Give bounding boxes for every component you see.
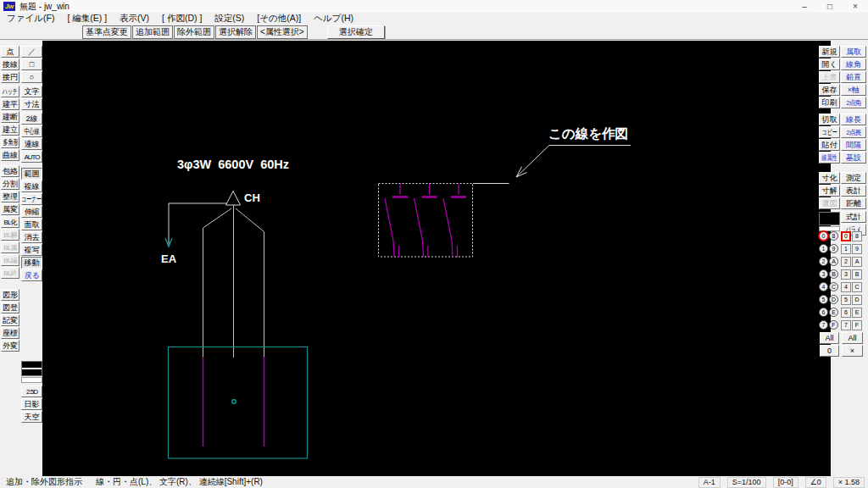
layer-group-button[interactable]: F: [829, 320, 838, 330]
tool-button[interactable]: 移動: [21, 257, 42, 269]
minimize-icon[interactable]: –: [792, 0, 817, 13]
tool-button[interactable]: ○: [21, 71, 42, 83]
layer-button[interactable]: 2: [841, 257, 851, 267]
tool-button[interactable]: 消去: [21, 231, 42, 243]
maximize-icon[interactable]: □: [817, 0, 843, 13]
tool-button[interactable]: 線属性: [819, 152, 840, 164]
layer-group-button[interactable]: 4: [819, 282, 828, 291]
tool-button[interactable]: 表計: [841, 185, 866, 197]
tool-button[interactable]: 点: [1, 46, 19, 58]
tool-button[interactable]: ×軸: [841, 84, 866, 96]
tool-button[interactable]: 日影: [21, 398, 42, 410]
control-bar-button[interactable]: <属性選択>: [257, 25, 308, 39]
tool-button[interactable]: 多角形: [1, 136, 19, 148]
status-field[interactable]: S=1/100: [727, 477, 766, 488]
layer-button[interactable]: 5: [841, 295, 851, 305]
tool-button[interactable]: 寸解: [819, 185, 840, 197]
tool-button[interactable]: 図形: [1, 289, 19, 301]
tool-button[interactable]: □: [21, 58, 42, 70]
control-bar-button[interactable]: 選択解除: [215, 25, 256, 39]
tool-button[interactable]: 分割: [1, 178, 19, 190]
layer-group-button[interactable]: 3: [819, 269, 828, 279]
tool-button[interactable]: 2.5D: [21, 385, 42, 397]
menu-item[interactable]: 設定(S): [214, 13, 244, 25]
tool-button[interactable]: 測定: [841, 172, 866, 184]
layer-button[interactable]: 9: [852, 244, 862, 254]
layer-button[interactable]: D: [852, 295, 862, 305]
tool-button[interactable]: 戻る: [21, 269, 42, 281]
layer-group-button[interactable]: 8: [829, 231, 838, 241]
tool-button[interactable]: 建平: [1, 98, 19, 110]
layer-group-button[interactable]: 2: [819, 257, 828, 266]
layer-button[interactable]: 6: [841, 308, 851, 318]
tool-button[interactable]: 印刷: [819, 97, 840, 108]
tool-button[interactable]: 距離: [841, 197, 866, 209]
tool-button[interactable]: 接線: [1, 58, 19, 70]
layer-button[interactable]: 7: [841, 320, 851, 330]
tool-button[interactable]: 開く: [819, 58, 840, 70]
tool-button[interactable]: 2点長: [841, 126, 866, 138]
tool-button[interactable]: コーナー: [21, 193, 42, 205]
layer-button[interactable]: 1: [841, 244, 851, 254]
tool-button[interactable]: 切取: [819, 114, 840, 125]
tool-button[interactable]: 外変: [1, 340, 19, 352]
control-bar-button[interactable]: 除外範囲: [174, 25, 214, 39]
confirm-selection-button[interactable]: 選択確定: [327, 25, 385, 39]
tool-button[interactable]: 選図: [819, 197, 840, 209]
tool-button[interactable]: 新規: [819, 46, 840, 58]
tool-button[interactable]: 式計: [841, 211, 866, 223]
tool-button[interactable]: ハッチ: [1, 86, 19, 97]
layer-group-zero-button[interactable]: 0: [820, 345, 839, 357]
tool-button[interactable]: 接円: [1, 71, 19, 83]
status-field[interactable]: × 1.58: [833, 477, 865, 488]
tool-button[interactable]: 連線: [21, 138, 42, 150]
layer-group-button[interactable]: B: [829, 269, 838, 279]
layer-button[interactable]: E: [852, 308, 862, 318]
layer-group-button[interactable]: 9: [829, 244, 838, 253]
menu-item[interactable]: 表示(V): [120, 13, 149, 25]
layer-button[interactable]: 3: [841, 269, 851, 280]
tool-button[interactable]: 線角: [841, 58, 866, 70]
tool-button[interactable]: 曲線: [1, 149, 19, 161]
layer-all-button[interactable]: All: [842, 332, 863, 344]
line-attribute-swatch-right[interactable]: [819, 212, 840, 225]
layer-button[interactable]: B: [852, 269, 862, 280]
tool-button[interactable]: 中心線: [21, 125, 42, 137]
drawing-area[interactable]: 3φ3W 6600V 60Hz CH EA: [42, 41, 831, 476]
tool-button[interactable]: AUTO: [21, 151, 42, 163]
tool-button[interactable]: 包絡: [1, 165, 19, 177]
tool-button[interactable]: 上書: [819, 71, 840, 83]
layer-button[interactable]: 8: [852, 231, 862, 241]
layer-group-all-button[interactable]: All: [820, 332, 839, 344]
tool-button[interactable]: 図登: [1, 302, 19, 313]
tool-button[interactable]: BL解: [1, 229, 19, 241]
tool-button[interactable]: 寸法: [21, 98, 42, 110]
layer-button[interactable]: F: [852, 320, 862, 330]
layer-group-button[interactable]: 0: [819, 231, 828, 241]
tool-button[interactable]: 伸縮: [21, 206, 42, 218]
tool-button[interactable]: 面取: [21, 219, 42, 230]
layer-button[interactable]: 4: [841, 282, 851, 292]
tool-button[interactable]: 複線: [21, 180, 42, 192]
tool-button[interactable]: 基設: [841, 152, 866, 164]
menu-item[interactable]: [ 編集(E) ]: [67, 13, 107, 25]
line-attribute-field-left[interactable]: [21, 377, 42, 383]
tool-button[interactable]: 範囲: [21, 168, 42, 180]
layer-cross-button[interactable]: ×: [842, 345, 863, 357]
tool-button[interactable]: 属変: [1, 203, 19, 215]
status-field[interactable]: ∠0: [805, 477, 826, 488]
tool-button[interactable]: 座標: [1, 327, 19, 339]
menu-item[interactable]: ヘルプ(H): [314, 13, 353, 25]
layer-group-button[interactable]: 7: [819, 320, 828, 330]
line-attribute-swatch-left[interactable]: [21, 361, 42, 376]
menu-item[interactable]: [ 作図(D) ]: [162, 13, 202, 25]
layer-group-button[interactable]: D: [829, 295, 838, 304]
close-icon[interactable]: ×: [843, 0, 868, 13]
tool-button[interactable]: 複写: [21, 244, 42, 256]
layer-group-button[interactable]: E: [829, 308, 838, 317]
control-bar-button[interactable]: 追加範囲: [132, 25, 173, 39]
tool-button[interactable]: BL化: [1, 216, 19, 228]
menu-item[interactable]: ファイル(F): [7, 13, 54, 25]
tool-button[interactable]: BL終: [1, 267, 19, 279]
tool-button[interactable]: コピー: [819, 126, 840, 138]
